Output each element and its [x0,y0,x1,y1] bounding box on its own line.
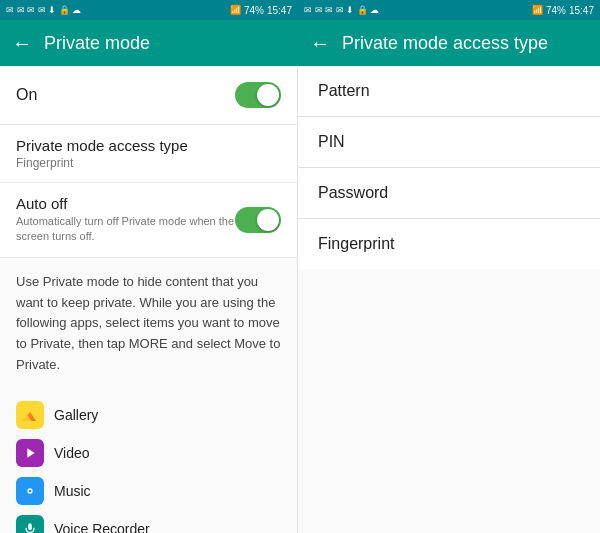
left-panel: On Private mode access type Fingerprint … [0,66,298,533]
status-icons-right: ✉ ✉ ✉ ✉ ⬇ 🔒 ☁ [304,5,379,15]
notification-icons-right: ✉ ✉ ✉ ✉ ⬇ 🔒 ☁ [304,5,379,15]
gallery-label: Gallery [54,407,98,423]
left-panel-title: Private mode [44,33,150,54]
time-right: 15:47 [569,5,594,16]
time-left: 15:47 [267,5,292,16]
notification-icons: ✉ ✉ ✉ ✉ ⬇ 🔒 ☁ [6,5,81,15]
access-type-pin[interactable]: PIN [298,117,600,168]
on-label: On [16,86,37,104]
auto-off-row[interactable]: Auto off Automatically turn off Private … [0,183,297,258]
access-type-setting[interactable]: Private mode access type Fingerprint [0,125,297,183]
gallery-icon [16,401,44,429]
list-item: Voice Recorder [16,510,281,533]
access-type-password[interactable]: Password [298,168,600,219]
battery-text-left: 74% [244,5,264,16]
signal-icon-right: 📶 [532,5,543,15]
auto-off-toggle[interactable] [235,207,281,233]
on-toggle-row[interactable]: On [0,66,297,125]
list-item: Gallery [16,396,281,434]
access-type-pattern[interactable]: Pattern [298,66,600,117]
list-item: Music [16,472,281,510]
right-panel-title: Private mode access type [342,33,548,54]
back-button-right[interactable]: ← [310,32,330,55]
music-icon [16,477,44,505]
status-bar-left: ✉ ✉ ✉ ✉ ⬇ 🔒 ☁ 📶 74% 15:47 [0,0,298,20]
right-header: ← Private mode access type [298,20,600,66]
list-item: Video [16,434,281,472]
video-icon [16,439,44,467]
right-panel: Pattern PIN Password Fingerprint [298,66,600,533]
svg-point-4 [29,489,32,492]
access-type-subtitle: Fingerprint [16,156,281,170]
status-info-right: 📶 74% 15:47 [532,5,594,16]
signal-icon: 📶 [230,5,241,15]
back-button-left[interactable]: ← [12,32,32,55]
battery-text-right: 74% [546,5,566,16]
auto-off-title: Auto off [16,195,235,212]
status-info-left: 📶 74% 15:47 [230,5,292,16]
auto-off-subtitle: Automatically turn off Private mode when… [16,214,235,245]
private-mode-description: Use Private mode to hide content that yo… [0,258,297,390]
video-label: Video [54,445,90,461]
voice-icon [16,515,44,533]
status-bar-right: ✉ ✉ ✉ ✉ ⬇ 🔒 ☁ 📶 74% 15:47 [298,0,600,20]
status-icons-left: ✉ ✉ ✉ ✉ ⬇ 🔒 ☁ [6,5,81,15]
svg-marker-2 [27,448,34,457]
access-type-title: Private mode access type [16,137,281,154]
voice-recorder-label: Voice Recorder [54,521,150,533]
auto-off-text: Auto off Automatically turn off Private … [16,195,235,245]
access-type-fingerprint[interactable]: Fingerprint [298,219,600,269]
app-list: Gallery Video Music [0,390,297,533]
svg-rect-5 [28,523,32,530]
on-toggle-switch[interactable] [235,82,281,108]
music-label: Music [54,483,91,499]
left-header: ← Private mode [0,20,298,66]
